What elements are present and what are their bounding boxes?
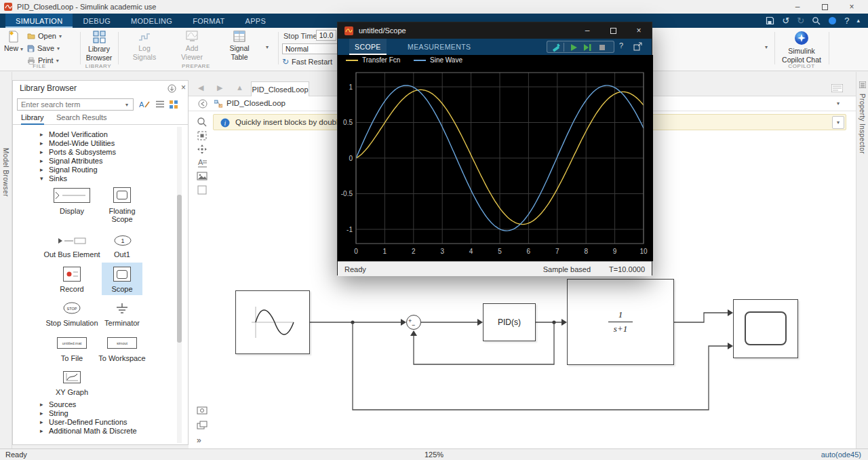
library-panel-header[interactable]: Library Browser ×: [13, 81, 188, 96]
tab-simulation[interactable]: SIMULATION: [5, 14, 73, 28]
collapse-ribbon-icon[interactable]: ▴: [856, 18, 860, 24]
solver-indicator[interactable]: auto(ode45): [821, 451, 861, 459]
property-inspector-strip[interactable]: Property Inspector: [856, 72, 868, 448]
search-icon[interactable]: [812, 16, 821, 25]
to-workspace-block-icon[interactable]: simout: [107, 337, 137, 349]
pin-icon[interactable]: [167, 84, 176, 93]
undo-icon[interactable]: ↺: [782, 16, 789, 25]
block-label[interactable]: Display: [45, 207, 99, 215]
tab-format[interactable]: FORMAT: [182, 14, 235, 28]
library-browser-button[interactable]: Library Browser: [83, 31, 115, 62]
minimize-icon[interactable]: –: [784, 0, 811, 14]
stop-simulation-block-icon[interactable]: STOP: [63, 302, 81, 314]
stop-icon[interactable]: [597, 43, 607, 52]
run-icon[interactable]: [569, 43, 578, 52]
tree-item-sources[interactable]: ▸Sources: [40, 400, 76, 408]
scope-help-icon[interactable]: ?: [619, 41, 623, 50]
redo-icon[interactable]: ↻: [797, 16, 804, 25]
help-icon[interactable]: ?: [844, 16, 849, 25]
sum-block[interactable]: + −: [406, 315, 421, 330]
block-label[interactable]: Record: [45, 285, 99, 293]
zoom-level[interactable]: 125%: [0, 451, 868, 459]
fast-restart-toggle[interactable]: ↻ Fast Restart: [282, 57, 332, 66]
search-history-caret-icon[interactable]: ▾: [125, 102, 128, 108]
tab-modeling[interactable]: MODELING: [121, 14, 182, 28]
copilot-chat-button[interactable]: Simulink Copilot Chat: [778, 31, 825, 64]
out-bus-element-block-icon[interactable]: [57, 235, 87, 246]
scope-tab[interactable]: SCOPE: [349, 39, 387, 55]
panel-close-icon[interactable]: ×: [181, 83, 186, 92]
save-button[interactable]: Save▾: [27, 44, 60, 52]
save-icon[interactable]: [766, 16, 774, 25]
library-browser-panel: Library Browser × ▾ A Library Search Res…: [12, 80, 189, 445]
log-signals-button[interactable]: Log Signals: [125, 31, 164, 61]
gallery-caret-icon[interactable]: ▾: [765, 44, 768, 50]
signal-table-button[interactable]: Signal Table: [220, 31, 259, 61]
grid-view-icon[interactable]: [169, 100, 178, 109]
new-button[interactable]: New ▾: [3, 31, 24, 53]
restore-icon[interactable]: [811, 0, 838, 14]
tree-item-model-verification[interactable]: ▸Model Verification: [40, 130, 108, 138]
style-brush-icon[interactable]: [551, 43, 561, 52]
scope-titlebar[interactable]: untitled/Scope – ×: [338, 22, 652, 39]
record-block-icon[interactable]: [63, 267, 81, 282]
tree-item-additional-math[interactable]: ▸Additional Math & Discrete: [40, 426, 137, 435]
stop-time-input[interactable]: [316, 30, 336, 41]
out1-block-icon[interactable]: 1: [113, 235, 132, 246]
step-forward-icon[interactable]: [583, 43, 592, 52]
wire-plant-to-scope[interactable]: [674, 313, 728, 322]
arrowhead: [728, 309, 733, 316]
scope-maximize-icon[interactable]: [600, 22, 626, 39]
add-viewer-button[interactable]: Add Viewer: [172, 31, 212, 61]
to-file-block-icon[interactable]: untitled.mat: [57, 337, 87, 349]
block-label[interactable]: Terminator: [95, 319, 149, 327]
tab-library[interactable]: Library: [21, 113, 44, 125]
simulation-mode-select[interactable]: Normal: [282, 43, 340, 54]
pid-block[interactable]: PID(s): [483, 303, 536, 341]
model-browser-strip[interactable]: Model Browser: [0, 72, 12, 448]
tab-search-results[interactable]: Search Results: [56, 113, 107, 123]
tree-item-model-wide-utilities[interactable]: ▸Model-Wide Utilities: [40, 138, 115, 147]
window-titlebar[interactable]: PID_ClosedLoop - Simulink academic use –…: [0, 0, 868, 14]
tree-item-user-defined-functions[interactable]: ▸User-Defined Functions: [40, 417, 127, 426]
prepare-gallery-caret-icon[interactable]: ▾: [266, 44, 269, 50]
tree-item-sinks[interactable]: ▾Sinks: [40, 174, 67, 183]
close-icon[interactable]: ×: [838, 0, 865, 14]
xy-graph-block-icon[interactable]: [63, 371, 81, 383]
search-options-icon[interactable]: A: [139, 99, 151, 109]
transfer-fcn-block[interactable]: 1 s+1: [567, 279, 674, 365]
tree-item-signal-attributes[interactable]: ▸Signal Attributes: [40, 156, 103, 165]
detach-icon[interactable]: [633, 42, 643, 51]
floating-scope-block-icon[interactable]: [113, 187, 131, 203]
block-label[interactable]: To Workspace: [92, 354, 153, 362]
tree-item-string[interactable]: ▸String: [40, 408, 68, 417]
block-label[interactable]: Out Bus Element: [41, 250, 102, 258]
block-label[interactable]: Floating Scope: [104, 207, 140, 223]
block-label[interactable]: To File: [45, 354, 99, 362]
tree-item-signal-routing[interactable]: ▸Signal Routing: [40, 165, 98, 174]
tab-debug[interactable]: DEBUG: [73, 14, 121, 28]
library-scrollbar[interactable]: [177, 127, 182, 443]
legend-label[interactable]: Sine Wave: [430, 56, 462, 64]
block-label[interactable]: XY Graph: [45, 388, 99, 396]
list-view-icon[interactable]: [155, 100, 165, 109]
sine-wave-block[interactable]: [235, 290, 310, 354]
terminator-block-icon[interactable]: [115, 303, 130, 313]
library-search-input[interactable]: [17, 98, 134, 111]
scrollbar-thumb[interactable]: [177, 195, 182, 343]
scope-block[interactable]: [733, 299, 798, 358]
scope-window[interactable]: untitled/Scope – × SCOPE MEASUREMENTS ? …: [337, 22, 652, 275]
scope-plot[interactable]: 01234567891010.50-0.5-1: [338, 66, 653, 261]
scope-close-icon[interactable]: ×: [626, 22, 652, 39]
display-block-icon[interactable]: [54, 188, 90, 203]
block-label[interactable]: Out1: [95, 250, 149, 258]
community-icon[interactable]: [828, 16, 837, 25]
tree-item-ports-subsystems[interactable]: ▸Ports & Subsystems: [40, 147, 116, 156]
open-button[interactable]: Open▾: [27, 32, 62, 40]
block-label[interactable]: Scope: [95, 285, 149, 293]
legend-label[interactable]: Transfer Fcn: [362, 56, 400, 64]
scope-minimize-icon[interactable]: –: [574, 22, 600, 39]
measurements-tab[interactable]: MEASUREMENTS: [402, 39, 476, 55]
scope-block-icon[interactable]: [113, 267, 131, 282]
tab-apps[interactable]: APPS: [235, 14, 277, 28]
